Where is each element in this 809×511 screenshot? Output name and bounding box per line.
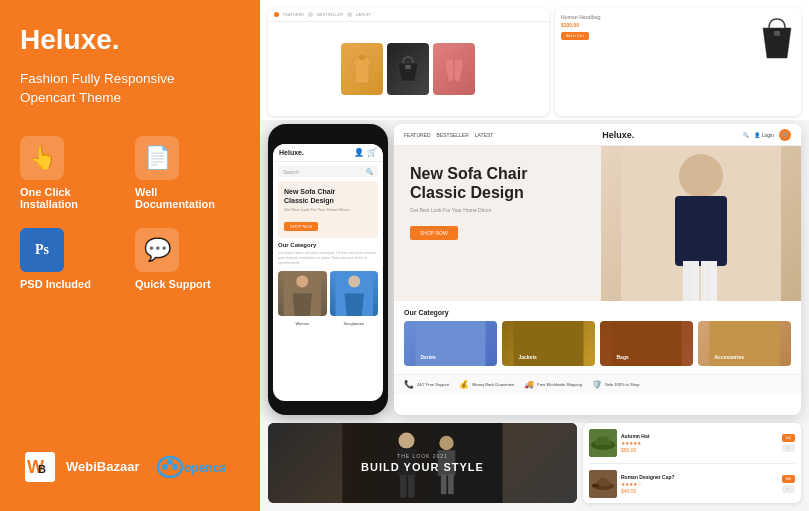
nav-dot-latest [347,12,352,17]
svg-rect-9 [405,65,411,69]
desktop-cat-jackets[interactable]: Jackets [502,321,595,366]
desktop-hero-section: New Sofa ChairClassic Design Get Best Lo… [394,146,801,301]
fashion-text-overlay: THE LOOK 2021 BUILD YOUR STYLE [361,453,484,473]
right-panel: FEATURED BESTSELLER LATEST [260,0,809,511]
cap-product-name: Roman Designer Cap? [621,474,675,480]
top-screenshots-row: FEATURED BESTSELLER LATEST [260,0,809,120]
svg-point-14 [296,275,308,287]
svg-rect-46 [448,474,454,494]
desktop-navbar: FEATURED BESTSELLER LATEST Heluxe. 🔍 👤 L… [394,124,801,146]
fashion-small-label: THE LOOK 2021 [361,453,484,459]
mobile-notch [308,132,348,140]
svg-rect-51 [592,484,599,487]
product-bag [387,43,429,95]
mobile-category-images [273,266,383,321]
hat-product-name: Autumn Hat [621,433,649,439]
mobile-shop-now-btn[interactable]: SHOP NOW [284,222,318,231]
nav-bestseller: BESTSELLER [317,12,343,17]
main-container: Heluxe. Fashion Fully ResponsiveOpencart… [0,0,809,511]
cap-product-actions: Add ♡ [782,475,795,493]
mobile-bottom-bar [273,401,383,407]
feature-24-7-support: 📞 24/7 Free Support [404,380,449,389]
documentation-label: Well Documentation [135,186,240,210]
feature-one-click: 👆 One Click Installation [20,136,125,210]
svg-text:Bags: Bags [617,354,629,360]
mobile-search-bar[interactable]: Search 🔍 [278,166,378,177]
mobile-cat-sunglasses [330,271,379,316]
svg-rect-41 [400,475,406,497]
support-feature-icon: 📞 [404,380,414,389]
fashion-screenshot: THE LOOK 2021 BUILD YOUR STYLE [268,423,577,503]
mobile-cat-label-sunglasses: Sunglasses [330,321,379,326]
shop-nav-bar: FEATURED BESTSELLER LATEST [268,8,549,22]
support-icon: 💬 [135,228,179,272]
nav-dot-bestseller [308,12,313,17]
hat-product-image [589,429,617,457]
opencart-icon: opencart [155,453,225,481]
documentation-icon: 📄 [135,136,179,180]
cap-add-to-cart[interactable]: Add [782,475,795,483]
safe-shop-label: Safe 100% to Shop [605,382,639,387]
product-mini-cap: Roman Designer Cap? ★★★★☆ $40.00 Add ♡ [589,470,795,498]
hat-product-price: $65.00 [621,447,649,453]
mobile-hero-section: New Sofa ChairClassic Design Get New Loo… [278,181,378,238]
svg-rect-42 [408,475,414,497]
desktop-cat-accessories[interactable]: Accessories [698,321,791,366]
desktop-cat-bags[interactable]: Bags [600,321,693,366]
svg-point-16 [348,275,360,287]
main-content: Heluxe. 👤 🛒 Search 🔍 New Sofa ChairClass… [260,120,809,423]
product-detail-price: $100.00 [561,22,601,28]
desktop-login-btn[interactable]: 👤 Login [754,132,774,138]
svg-rect-8 [359,55,365,60]
desktop-search-icon[interactable]: 🔍 [743,132,749,138]
svg-text:opencart: opencart [184,461,225,475]
product-detail-mini: Human Handbag $100.00 Add to Cart [561,14,795,66]
hat-product-stars: ★★★★★ [621,440,649,446]
product-detail-category: Human Handbag [561,14,601,20]
support-label: Quick Support [135,278,211,290]
desktop-category-section: Our Category Denim Jackets Bags Accessor… [394,301,801,374]
svg-text:B: B [38,463,46,475]
svg-text:Denim: Denim [421,354,437,360]
mobile-cat-women [278,271,327,316]
cap-product-image [589,470,617,498]
feature-free-shipping: 🚚 Free Worldwide Shipping [524,380,582,389]
hat-add-to-cart[interactable]: Add [782,434,795,442]
nav-latest: LATEST [356,12,371,17]
nav-link-latest[interactable]: LATEST [475,132,494,138]
feature-documentation: 📄 Well Documentation [135,136,240,210]
shipping-label: Free Worldwide Shipping [537,382,582,387]
feature-psd: Ps PSD Included [20,228,125,290]
svg-point-43 [439,436,453,450]
feature-support: 💬 Quick Support [135,228,240,290]
cap-wishlist[interactable]: ♡ [782,485,795,493]
cap-product-price: $40.00 [621,488,675,494]
mobile-search-icon: 🔍 [366,168,373,175]
desktop-shop-now-btn[interactable]: SHOP NOW [410,226,458,240]
hat-wishlist[interactable]: ♡ [782,444,795,452]
mobile-hero-subtitle: Get New Look For Your Home Décor. [284,207,372,212]
add-to-cart-btn[interactable]: Add to Cart [561,32,589,40]
product-detail-screenshot: Human Handbag $100.00 Add to Cart [555,8,801,116]
mobile-category-labels: Women Sunglasses [273,321,383,331]
webibazaar-logo: W B WebiBazaar [20,447,139,487]
svg-point-39 [399,433,415,449]
mobile-user-icon: 👤 [354,148,364,157]
mobile-category-title: Our Category [273,242,383,251]
desktop-brand: Heluxe. [602,130,634,140]
nav-link-bestseller[interactable]: BESTSELLER [437,132,469,138]
desktop-nav-links: FEATURED BESTSELLER LATEST [404,132,493,138]
desktop-hero-title: New Sofa ChairClassic Design [410,164,785,202]
mobile-cat-label-women: Women [278,321,327,326]
one-click-icon: 👆 [20,136,64,180]
desktop-category-grid: Denim Jackets Bags Accessories [404,321,791,366]
nav-link-featured[interactable]: FEATURED [404,132,431,138]
feature-money-back: 💰 Money Back Guarantee [459,380,514,389]
desktop-cat-denim[interactable]: Denim [404,321,497,366]
desktop-cart-icon[interactable]: 🛒 [779,129,791,141]
svg-point-4 [162,464,168,470]
nav-featured: FEATURED [283,12,304,17]
safe-shop-icon: 🛡️ [592,380,602,389]
webibazaar-text: WebiBazaar [66,459,139,475]
mobile-brand: Heluxe. [279,149,304,156]
